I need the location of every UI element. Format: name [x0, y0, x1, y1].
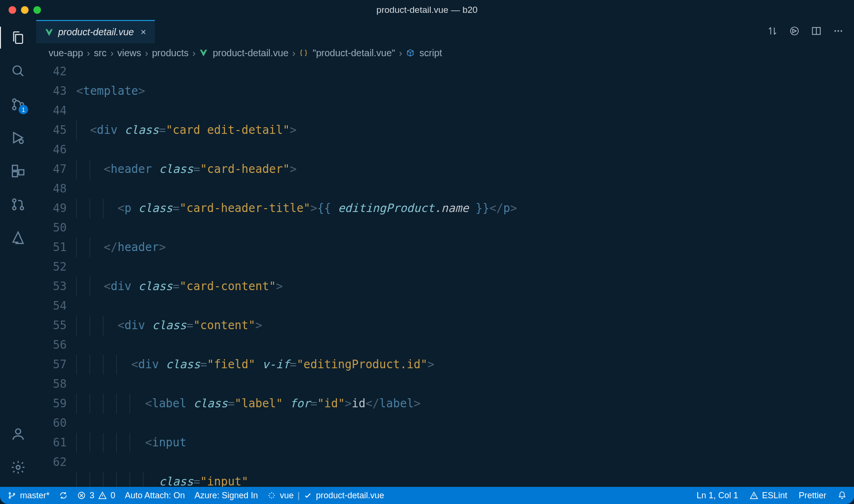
status-azure[interactable]: Azure: Signed In	[194, 491, 258, 501]
window-title: product-detail.vue — b20	[376, 5, 478, 15]
svg-point-17	[841, 30, 842, 31]
svg-point-20	[13, 494, 15, 495]
braces-icon	[299, 48, 309, 58]
accounts-icon[interactable]	[10, 426, 26, 442]
close-window-button[interactable]	[9, 6, 16, 14]
activity-bar: 1	[0, 20, 36, 487]
more-actions-icon[interactable]	[833, 26, 844, 38]
warning-icon	[750, 491, 758, 500]
breadcrumb-item[interactable]: product-detail.vue	[213, 48, 288, 59]
check-icon	[304, 491, 312, 500]
bell-icon	[838, 491, 846, 500]
svg-point-16	[837, 30, 839, 31]
run-debug-icon[interactable]	[10, 130, 26, 146]
sync-icon	[59, 491, 68, 500]
svg-rect-5	[12, 165, 18, 171]
svg-point-12	[16, 465, 20, 469]
code-content[interactable]: <template> <div class="card edit-detail"…	[71, 62, 854, 487]
warning-icon	[98, 491, 107, 500]
tab-product-detail[interactable]: product-detail.vue ×	[36, 20, 155, 43]
status-prettier[interactable]: Prettier	[799, 491, 826, 501]
svg-point-18	[9, 493, 10, 494]
compare-changes-icon[interactable]	[767, 26, 778, 38]
status-problems[interactable]: 3 0	[77, 491, 115, 501]
scm-badge: 1	[19, 105, 28, 114]
svg-point-0	[13, 66, 21, 74]
run-icon[interactable]	[789, 26, 800, 38]
tab-bar: product-detail.vue ×	[36, 20, 854, 44]
tab-close-icon[interactable]: ×	[141, 27, 146, 38]
svg-point-13	[791, 27, 799, 35]
status-autoattach[interactable]: Auto Attach: On	[125, 491, 185, 501]
titlebar: product-detail.vue — b20	[0, 0, 854, 20]
svg-point-8	[13, 199, 16, 202]
code-editor[interactable]: 4243444546474849505152535455565758596061…	[36, 62, 854, 487]
line-gutter: 4243444546474849505152535455565758596061…	[36, 62, 71, 487]
status-cursor[interactable]: Ln 1, Col 1	[697, 491, 738, 501]
svg-rect-7	[19, 170, 24, 175]
vue-file-icon	[199, 48, 209, 58]
azure-icon[interactable]	[10, 230, 26, 246]
svg-point-4	[20, 140, 23, 143]
status-notifications[interactable]	[838, 491, 846, 500]
git-pr-icon[interactable]	[10, 196, 26, 212]
breadcrumb-item[interactable]: src	[94, 48, 107, 59]
svg-point-11	[16, 429, 21, 434]
breadcrumb-item[interactable]: products	[152, 48, 189, 59]
status-eslint[interactable]: ESLint	[750, 491, 787, 501]
breadcrumb[interactable]: vue-app› src› views› products› product-d…	[36, 44, 854, 62]
maximize-window-button[interactable]	[33, 6, 41, 14]
svg-point-2	[13, 107, 16, 110]
breadcrumb-item[interactable]: vue-app	[49, 48, 83, 59]
svg-point-15	[834, 30, 836, 31]
svg-rect-6	[12, 171, 18, 177]
breadcrumb-item[interactable]: "product-detail.vue"	[313, 48, 395, 59]
svg-point-9	[13, 207, 16, 210]
error-icon	[77, 491, 86, 500]
minimize-window-button[interactable]	[21, 6, 29, 14]
split-editor-icon[interactable]	[811, 26, 822, 38]
extensions-icon[interactable]	[10, 163, 26, 179]
settings-icon[interactable]	[10, 459, 26, 475]
svg-point-10	[20, 207, 24, 210]
breadcrumb-item[interactable]: views	[117, 48, 141, 59]
status-lang-mode[interactable]: vue | product-detail.vue	[267, 491, 384, 501]
explorer-icon[interactable]	[10, 30, 26, 46]
status-branch[interactable]: master*	[8, 491, 50, 501]
cube-icon	[406, 48, 416, 58]
git-branch-icon	[8, 491, 16, 500]
vue-file-icon	[45, 28, 53, 37]
breadcrumb-item[interactable]: script	[419, 48, 442, 59]
tab-label: product-detail.vue	[58, 27, 134, 38]
sparkle-icon	[267, 491, 276, 500]
svg-point-19	[9, 497, 10, 498]
source-control-icon[interactable]: 1	[10, 96, 26, 112]
status-bar: master* 3 0 Auto Attach: On Azure: Signe…	[0, 487, 854, 504]
svg-point-1	[13, 99, 16, 102]
status-sync[interactable]	[59, 491, 68, 500]
search-icon[interactable]	[10, 63, 26, 79]
